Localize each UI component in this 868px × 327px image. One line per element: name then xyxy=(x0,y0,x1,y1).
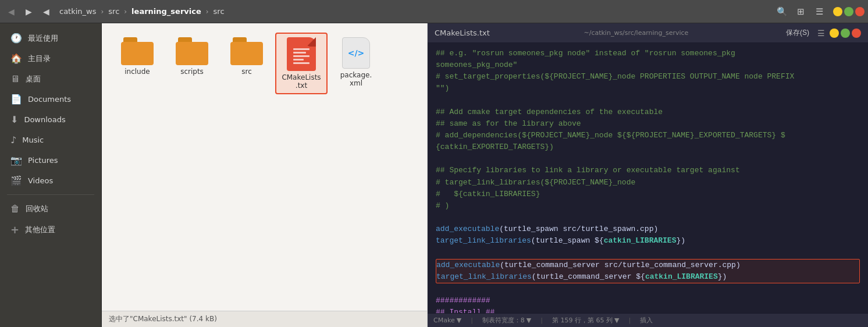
toolbar-right: 🔍 ⊞ ☰ xyxy=(774,3,865,20)
editor-menu-button[interactable]: ☰ xyxy=(817,29,825,38)
home-icon: 🏠 xyxy=(10,53,22,64)
code-line xyxy=(436,153,860,165)
sidebar-item-trash[interactable]: 🗑 回收站 xyxy=(2,199,99,218)
breadcrumb: catkin_ws › src › learning_service › src xyxy=(56,6,771,17)
code-line: "") xyxy=(436,83,860,94)
search-button[interactable]: 🔍 xyxy=(774,3,790,20)
sidebar-item-desktop[interactable]: 🖥 桌面 xyxy=(2,69,99,88)
code-line xyxy=(436,283,860,295)
sidebar-label-desktop: 桌面 xyxy=(26,74,91,84)
code-line: ## Specify libraries to link a library o… xyxy=(436,165,860,176)
sidebar-label-recent: 最近使用 xyxy=(28,33,91,44)
file-item-src[interactable]: src xyxy=(220,33,273,94)
file-item-package[interactable]: </> package.xml xyxy=(330,33,382,94)
status-mode-label: CMake xyxy=(433,317,455,324)
editor-title: CMakeLists.txt xyxy=(435,29,490,37)
up-button[interactable]: ◀ xyxy=(38,4,54,19)
file-item-cmakelists[interactable]: CMakeLists.txt xyxy=(275,33,328,94)
sidebar-item-downloads[interactable]: ⬇ Downloads xyxy=(2,110,99,129)
file-name-src: src xyxy=(241,67,252,76)
sidebar-label-home: 主目录 xyxy=(28,54,91,64)
file-name-include: include xyxy=(124,67,150,76)
code-line: ############ xyxy=(436,295,860,307)
sidebar-label-other: 其他位置 xyxy=(25,225,91,235)
save-button[interactable]: 保存(S) xyxy=(782,27,813,39)
top-toolbar: ◀ ▶ ◀ catkin_ws › src › learning_service… xyxy=(0,0,868,23)
music-icon: ♪ xyxy=(10,134,16,145)
back-button[interactable]: ◀ xyxy=(3,4,19,19)
sidebar-item-pictures[interactable]: 📷 Pictures xyxy=(2,151,99,170)
status-position[interactable]: 第 159 行，第 65 列 ▼ xyxy=(552,316,619,325)
code-line: # ) xyxy=(436,200,860,212)
code-line: add_executable(turtle_spawn src/turtle_s… xyxy=(436,223,860,235)
sidebar-item-videos[interactable]: 🎬 Videos xyxy=(2,171,99,190)
file-name-package: package.xml xyxy=(340,71,372,87)
editor-close-button[interactable] xyxy=(852,29,861,38)
sidebar-item-other[interactable]: + 其他位置 xyxy=(2,219,99,240)
sidebar-label-pictures: Pictures xyxy=(28,156,91,165)
window-controls xyxy=(833,7,865,16)
code-line xyxy=(436,95,860,106)
code-line: # set_target_properties(${PROJECT_NAME}_… xyxy=(436,71,860,83)
code-line: ## Install ## xyxy=(436,307,860,313)
forward-button[interactable]: ▶ xyxy=(21,4,36,19)
code-line: # add_dependencies(${PROJECT_NAME}_node … xyxy=(436,130,860,141)
status-position-label: 第 159 行，第 65 列 xyxy=(552,316,613,325)
recent-icon: 🕐 xyxy=(10,33,22,44)
view-toggle-button[interactable]: ⊞ xyxy=(792,3,809,20)
file-panel: include scripts src xyxy=(102,23,428,327)
folder-icon-src xyxy=(230,37,263,65)
sidebar-item-music[interactable]: ♪ Music xyxy=(2,130,99,150)
desktop-icon: 🖥 xyxy=(10,73,20,84)
editor-content[interactable]: ## e.g. "rosrun someones_pkg node" inste… xyxy=(428,43,868,313)
sidebar: 🕐 最近使用 🏠 主目录 🖥 桌面 📄 Documents ⬇ Download… xyxy=(0,23,102,327)
file-grid: include scripts src xyxy=(102,23,427,311)
breadcrumb-catkin-ws[interactable]: catkin_ws xyxy=(56,6,100,17)
sidebar-label-documents: Documents xyxy=(28,95,91,104)
other-icon: + xyxy=(10,223,19,236)
sidebar-label-videos: Videos xyxy=(28,176,91,185)
code-line: target_link_libraries(turtle_spawn ${cat… xyxy=(436,235,860,247)
file-status-text: 选中了"CMakeLists.txt" (7.4 kB) xyxy=(109,314,217,324)
code-editor: CMakeLists.txt ~/catkin_ws/src/learning_… xyxy=(428,23,868,327)
sidebar-item-documents[interactable]: 📄 Documents xyxy=(2,90,99,109)
menu-button[interactable]: ☰ xyxy=(811,3,827,20)
code-line: ## same as for the library above xyxy=(436,118,860,130)
file-name-scripts: scripts xyxy=(180,67,204,76)
code-line: target_link_libraries(turtle_command_ser… xyxy=(436,271,859,283)
file-statusbar: 选中了"CMakeLists.txt" (7.4 kB) xyxy=(102,311,427,327)
pictures-icon: 📷 xyxy=(10,155,22,166)
code-line xyxy=(436,212,860,223)
code-line: {catkin_EXPORTED_TARGETS}) xyxy=(436,141,860,153)
sidebar-item-recent[interactable]: 🕐 最近使用 xyxy=(2,29,99,48)
editor-minimize-button[interactable] xyxy=(830,29,839,38)
status-tabwidth[interactable]: 制表符宽度：8 ▼ xyxy=(482,316,531,325)
status-position-arrow: ▼ xyxy=(614,317,619,324)
file-item-scripts[interactable]: scripts xyxy=(166,33,218,94)
file-item-include[interactable]: include xyxy=(111,33,163,94)
sidebar-label-music: Music xyxy=(22,136,91,144)
breadcrumb-src2[interactable]: src xyxy=(210,6,228,17)
editor-maximize-button[interactable] xyxy=(841,29,850,38)
status-mode[interactable]: CMake ▼ xyxy=(433,317,461,324)
code-line: # ${catkin_LIBRARIES} xyxy=(436,189,860,200)
sidebar-item-home[interactable]: 🏠 主目录 xyxy=(2,49,99,68)
code-line xyxy=(436,247,860,258)
editor-titlebar: CMakeLists.txt ~/catkin_ws/src/learning_… xyxy=(428,23,868,43)
editor-statusbar: CMake ▼ | 制表符宽度：8 ▼ | 第 159 行，第 65 列 ▼ |… xyxy=(428,313,868,327)
code-line: # target_link_libraries(${PROJECT_NAME}_… xyxy=(436,177,860,189)
breadcrumb-learning-service[interactable]: learning_service xyxy=(128,6,205,17)
code-line: ## Add cmake target dependencies of the … xyxy=(436,106,860,118)
code-line: someones_pkg_node" xyxy=(436,59,860,71)
sidebar-label-downloads: Downloads xyxy=(24,115,91,124)
cmake-file-icon xyxy=(287,37,316,71)
editor-titlebar-right: 保存(S) ☰ xyxy=(782,27,861,39)
breadcrumb-src[interactable]: src xyxy=(105,6,123,17)
code-line: ## e.g. "rosrun someones_pkg node" inste… xyxy=(436,48,860,59)
close-button[interactable] xyxy=(855,7,865,16)
minimize-button[interactable] xyxy=(833,7,842,16)
status-insert-label: 插入 xyxy=(640,316,653,325)
file-name-cmakelists: CMakeLists.txt xyxy=(282,73,321,90)
maximize-button[interactable] xyxy=(844,7,853,16)
sidebar-divider xyxy=(7,194,94,195)
